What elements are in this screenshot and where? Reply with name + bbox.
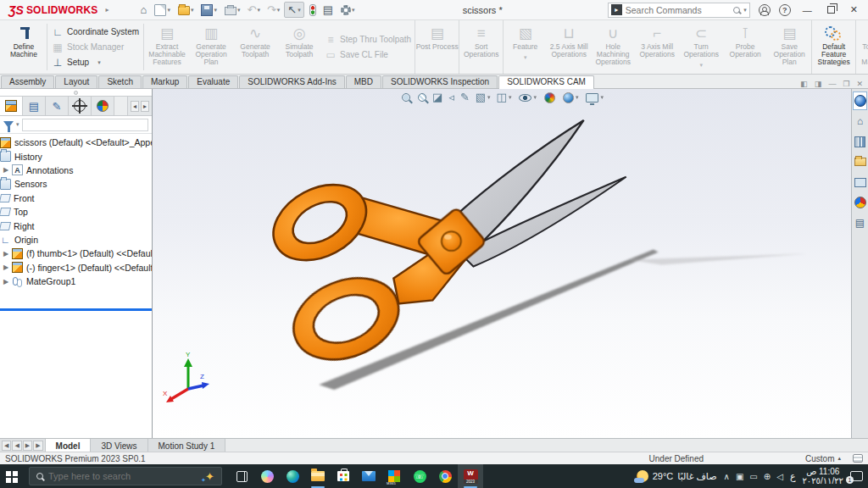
taskbar-search[interactable]: ✦ xyxy=(29,467,222,485)
task-view-button[interactable] xyxy=(229,464,254,488)
view-orientation-icon[interactable]: ▧▾ xyxy=(476,92,491,103)
tab-solidworks-add-ins[interactable]: SOLIDWORKS Add-Ins xyxy=(239,75,344,88)
tab-evaluate[interactable]: Evaluate xyxy=(188,75,238,88)
tab-scroll-left-icon[interactable]: ◂ xyxy=(131,101,139,112)
apply-scene-icon[interactable]: ▾ xyxy=(561,92,579,103)
tab-markup[interactable]: Markup xyxy=(142,75,187,88)
coordinate-system-button[interactable]: ∟Coordinate System▾ xyxy=(52,25,139,39)
cam-operation-tree-tab[interactable]: ▤ xyxy=(23,97,46,115)
user-account-icon[interactable] xyxy=(759,4,771,16)
unit-system[interactable]: Custom ▴ xyxy=(805,454,841,463)
whatsapp-button[interactable]: ☏ xyxy=(407,464,432,488)
cam-tools-tab[interactable]: ✎ xyxy=(46,97,69,115)
pane-right-icon[interactable]: ◨ xyxy=(815,80,822,88)
pivot-screw[interactable] xyxy=(442,231,461,251)
tree-item-annotations[interactable]: ▶AAnnotations xyxy=(0,164,152,177)
tab-scroll-right-icon[interactable]: ▸ xyxy=(141,101,149,112)
stock-manager-button[interactable]: ▦Stock Manager▾ xyxy=(52,40,139,54)
hole-machining-operations-button[interactable]: ∪Hole Machining Operations▾ xyxy=(591,20,635,74)
axis3-mill-operations-button[interactable]: ⌐3 Axis Mill Operations▾ xyxy=(635,20,679,74)
tray-volume-icon[interactable]: ◁ xyxy=(776,472,783,481)
file-explorer-button[interactable] xyxy=(305,464,331,488)
dimxpert-tab[interactable] xyxy=(69,97,92,115)
new-document-icon[interactable]: ▾ xyxy=(151,3,173,18)
solidworks-2023-button[interactable]: 2023 xyxy=(458,464,483,488)
graphics-viewport[interactable]: ▾ ▾ ◪▾ ◃▾ ✎▾ ▧▾ ◫▾ ▾ ▾ ▾ xyxy=(153,89,851,438)
search-icon[interactable] xyxy=(733,7,740,14)
feature-button[interactable]: ▧Feature▾ xyxy=(503,20,547,74)
print-icon[interactable]: ▾ xyxy=(221,3,243,17)
save-cl-file-button[interactable]: ▭Save CL File xyxy=(325,47,411,62)
save-operation-plan-button[interactable]: ▤Save Operation Plan▾ xyxy=(767,20,811,74)
pane-left-icon[interactable]: ◧ xyxy=(800,80,808,88)
mail-button[interactable] xyxy=(356,464,381,488)
close-button[interactable]: ✕ xyxy=(847,4,861,15)
tab-nav-arrow[interactable]: ▶ xyxy=(23,441,32,451)
doc-restore-button[interactable]: ❐ xyxy=(843,80,849,88)
tray-display-icon[interactable]: ▭ xyxy=(749,472,757,481)
define-machine-button[interactable]: Define Machine xyxy=(2,20,46,74)
tree-item-thumb[interactable]: ▶(f) thumb<1> (Default) <<Default>_ xyxy=(0,247,152,260)
tab-layout[interactable]: Layout xyxy=(55,75,97,88)
sort-operations-button[interactable]: ≡Sort Operations▾ xyxy=(459,20,503,74)
clock[interactable]: 11:06 ص ٢٠٢٥/١١/٢٢ xyxy=(802,467,843,485)
tab-solidworks-cam[interactable]: SOLIDWORKS CAM xyxy=(498,75,594,89)
search-commands-box[interactable]: ▸ ▾ xyxy=(608,3,750,18)
cam-feature-tree-tab[interactable] xyxy=(0,97,23,115)
undo-icon[interactable]: ↶▾ xyxy=(245,3,263,17)
language-indicator[interactable]: ع xyxy=(790,471,796,482)
generate-toolpath-button[interactable]: ∿Generate Toolpath xyxy=(233,20,277,74)
view-settings-icon[interactable]: ▾ xyxy=(584,93,604,103)
step-thru-toolpath-button[interactable]: ≡Step Thru Toolpath xyxy=(325,32,411,47)
tree-item-front-plane[interactable]: ▶Front xyxy=(0,191,152,205)
model-tab[interactable]: Model xyxy=(46,439,92,452)
save-icon[interactable]: ▾ xyxy=(198,3,220,18)
simulate-toolpath-button[interactable]: ◎Simulate Toolpath xyxy=(277,20,321,74)
3d-views-tab[interactable]: 3D Views xyxy=(91,439,147,452)
appearances-tab[interactable] xyxy=(853,193,867,212)
zoom-to-fit-icon[interactable]: ▾ xyxy=(400,93,410,102)
tab-nav-arrow[interactable]: ◀ xyxy=(12,441,21,451)
tree-item-history[interactable]: ▶History xyxy=(0,149,152,163)
minimize-button[interactable]: — xyxy=(799,5,815,15)
home-icon[interactable]: ⌂▾ xyxy=(138,3,150,17)
chrome-button[interactable] xyxy=(432,464,458,488)
redo-icon[interactable]: ↷▾ xyxy=(264,3,282,17)
section-view-icon[interactable]: ◪▾ xyxy=(432,92,442,103)
tab-solidworks-inspection[interactable]: SOLIDWORKS Inspection xyxy=(382,75,498,88)
tab-sketch[interactable]: Sketch xyxy=(98,75,142,88)
restore-button[interactable] xyxy=(827,6,835,14)
tree-item-mategroup1[interactable]: ▶MateGroup1 xyxy=(0,274,152,288)
setup-button[interactable]: ⊥Setup▾ xyxy=(52,55,139,69)
tree-item-scissors-root[interactable]: ▶scissors (Default) <<Default>_Appearanc xyxy=(0,136,152,149)
motion-study-tab[interactable]: Motion Study 1 xyxy=(148,439,226,452)
view-palette-tab[interactable] xyxy=(853,173,867,191)
doc-minimize-button[interactable]: — xyxy=(828,80,836,88)
previous-view-icon[interactable]: ◃▾ xyxy=(448,92,454,103)
select-cursor-icon[interactable]: ↖▾ xyxy=(284,2,303,18)
search-caret-icon[interactable]: ▾ xyxy=(743,7,747,14)
display-style-icon[interactable]: ◫▾ xyxy=(497,92,512,103)
sketch-tools-icon[interactable]: ✎▾ xyxy=(460,92,470,103)
notification-center-icon[interactable] xyxy=(850,471,863,481)
tray-chevron-icon[interactable]: ∧ xyxy=(724,472,730,481)
search-commands-input[interactable] xyxy=(626,5,730,15)
open-icon[interactable]: ▾ xyxy=(175,3,197,17)
edit-appearance-icon[interactable]: ▾ xyxy=(542,92,555,103)
tray-network-icon[interactable]: ⊕ xyxy=(764,472,771,481)
default-feature-strategies-button[interactable]: Default Feature Strategies▾ xyxy=(811,20,855,74)
taskbar-search-input[interactable] xyxy=(48,471,200,481)
m365-button[interactable] xyxy=(381,464,407,488)
menu-flyout-icon[interactable]: ▸ xyxy=(106,6,109,14)
microsoft-store-button[interactable] xyxy=(331,464,356,488)
tree-filter-input[interactable] xyxy=(22,119,148,131)
tab-nav-arrow[interactable]: ▶ xyxy=(33,441,42,451)
tree-item-right-plane[interactable]: ▶Right xyxy=(0,219,152,232)
panel-splitter[interactable] xyxy=(0,89,152,96)
generate-operation-plan-button[interactable]: ▥Generate Operation Plan xyxy=(189,20,233,74)
zoom-to-area-icon[interactable]: ▾ xyxy=(416,93,426,102)
rebuild-traffic-light-icon[interactable]: ▾ xyxy=(306,3,319,18)
weather-widget[interactable]: 29°C صاف غالبًا xyxy=(637,470,717,482)
tree-item-finger[interactable]: ▶(-) finger<1> (Default) <<Default>_ xyxy=(0,261,152,274)
tolerance-based-machining-button[interactable]: ∿Tolerance Based Machining▾ xyxy=(855,20,868,74)
